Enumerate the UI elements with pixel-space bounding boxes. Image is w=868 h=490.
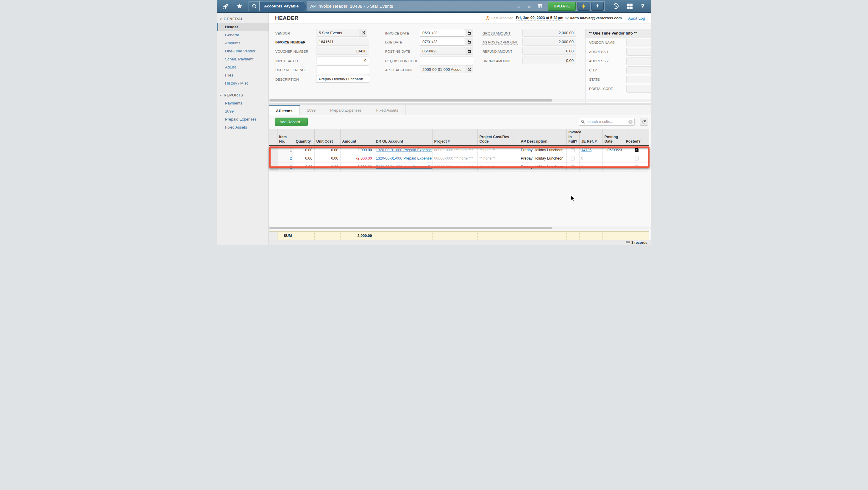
posted-checkbox[interactable] <box>634 148 639 152</box>
posted-checkbox[interactable] <box>634 157 639 160</box>
tab-1099[interactable]: 1099 <box>300 105 323 115</box>
item-link[interactable]: 1 <box>290 148 292 152</box>
logo-rocket-icon[interactable] <box>221 3 230 9</box>
sidebar-item-history-misc[interactable]: History / Misc <box>217 79 269 87</box>
sidebar-item-payments[interactable]: Payments <box>217 99 269 107</box>
vendor-name-field[interactable] <box>626 39 651 47</box>
address1-field[interactable] <box>626 48 651 56</box>
col-quantity[interactable]: Quantity <box>294 129 314 146</box>
help-icon[interactable]: ? <box>641 3 645 10</box>
chevron-down-icon: ▾ <box>220 17 222 21</box>
sidebar-item-prepaid-expenses[interactable]: Prepaid Expenses <box>217 115 269 123</box>
sidebar-item-general[interactable]: General <box>217 31 269 39</box>
table-horizontal-scrollbar[interactable] <box>269 226 651 229</box>
invoice-in-full-checkbox[interactable] <box>571 165 575 169</box>
invoice-in-full-checkbox[interactable] <box>571 157 575 160</box>
state-field[interactable] <box>626 75 651 83</box>
due-date-label: DUE DATE <box>385 40 402 44</box>
search-box: ✕ <box>579 118 634 126</box>
sidebar-item-adjust[interactable]: Adjust <box>217 63 269 71</box>
col-unit-cost[interactable]: Unit Cost <box>314 129 340 146</box>
sidebar-item-fixed-assets[interactable]: Fixed Assets <box>217 123 269 131</box>
description-field[interactable] <box>316 75 369 83</box>
refund-amount-field[interactable] <box>522 47 576 55</box>
ap-gl-account-open-button[interactable] <box>465 65 473 73</box>
vendor-open-record-button[interactable] <box>359 29 367 37</box>
invoice-number-field[interactable] <box>316 38 369 45</box>
open-results-button[interactable] <box>640 118 648 126</box>
sidebar-item-amounts[interactable]: Amounts <box>217 39 269 47</box>
postal-code-field[interactable] <box>626 85 651 93</box>
col-ap-description[interactable]: AP Description <box>519 129 566 146</box>
prev-record-icon[interactable]: « <box>514 3 524 9</box>
scrollbar-thumb[interactable] <box>269 227 552 229</box>
sidebar-section-general[interactable]: ▾ GENERAL <box>217 13 269 23</box>
as-posted-amount-field[interactable] <box>522 38 576 45</box>
sidebar-item-sched-payment[interactable]: Sched. Payment <box>217 55 269 63</box>
sidebar-item-1099[interactable]: 1099 <box>217 107 269 115</box>
search-results-input[interactable] <box>587 120 627 124</box>
scrollbar-thumb[interactable] <box>269 99 552 101</box>
item-link[interactable]: 2 <box>290 156 292 160</box>
gl-account-link[interactable]: 1320-00-01-000 Prepaid Expenses <box>376 148 433 152</box>
city-field[interactable] <box>626 66 651 74</box>
clear-search-icon[interactable]: ✕ <box>628 120 632 124</box>
sidebar-item-header[interactable]: Header <box>217 23 269 31</box>
ap-gl-account-field[interactable] <box>420 65 465 73</box>
gl-account-link[interactable]: 1320-00-01-000 Prepaid Expenses <box>376 156 433 160</box>
col-posting-date[interactable]: Posting Date <box>602 129 624 146</box>
due-date-calendar-button[interactable] <box>465 38 473 45</box>
plus-icon: + <box>596 3 599 9</box>
col-dr-gl-account[interactable]: DR GL Account <box>374 129 432 146</box>
col-amount[interactable]: Amount <box>340 129 374 146</box>
history-icon[interactable] <box>613 3 619 9</box>
unpaid-amount-field[interactable] <box>522 57 576 64</box>
tab-fixed-assets[interactable]: Fixed Assets <box>369 105 406 115</box>
apps-grid-icon[interactable] <box>627 3 633 9</box>
row-handle[interactable] <box>269 163 277 172</box>
address2-field[interactable] <box>626 57 651 65</box>
invoice-in-full-checkbox[interactable] <box>571 148 575 152</box>
col-item-no[interactable]: Item No. <box>277 129 294 146</box>
tab-prepaid-expenses[interactable]: Prepaid Expenses <box>323 105 369 115</box>
form-horizontal-scrollbar[interactable] <box>269 99 651 102</box>
posting-date-calendar-button[interactable] <box>465 47 473 55</box>
page-header: HEADER Last Modified: Fri, Jun 09, 2023 … <box>269 13 651 24</box>
gl-account-link[interactable]: 7420-00-01-000 Miscellaneous E... <box>376 165 433 169</box>
col-project[interactable]: Project # <box>432 129 477 146</box>
gross-amount-field[interactable] <box>522 29 576 37</box>
col-je-ref[interactable]: JE Ref. # <box>579 129 602 146</box>
as-posted-amount-label: AS POSTED AMOUNT <box>483 40 518 45</box>
favorites-star-icon[interactable]: ★ <box>235 3 244 10</box>
add-new-button[interactable]: + <box>591 2 604 11</box>
col-project-cost-rev[interactable]: Project Cost/Rev Code <box>477 129 519 146</box>
sidebar-section-reports[interactable]: ▾ REPORTS <box>217 87 269 99</box>
vendor-field[interactable] <box>316 29 359 37</box>
audit-log-link[interactable]: Audit Log <box>628 16 645 21</box>
due-date-field[interactable] <box>420 38 465 45</box>
add-record-button[interactable]: Add Record... <box>275 118 308 126</box>
je-ref-link[interactable]: 14736 <box>581 148 592 152</box>
row-handle[interactable] <box>269 146 277 154</box>
next-record-icon[interactable]: » <box>524 3 534 9</box>
posted-checkbox[interactable] <box>634 165 639 169</box>
update-button[interactable]: UPDATE <box>548 2 576 11</box>
user-reference-field[interactable] <box>316 65 369 73</box>
quick-actions-button[interactable] <box>578 2 590 11</box>
tab-ap-items[interactable]: AP Items <box>269 105 300 115</box>
voucher-number-field[interactable] <box>316 47 369 55</box>
breadcrumb[interactable]: Accounts Payable <box>260 1 303 11</box>
invoice-date-field[interactable] <box>420 29 465 37</box>
sidebar-item-one-time-vendor[interactable]: One-Time Vendor <box>217 47 269 55</box>
requisition-code-field[interactable] <box>420 57 473 64</box>
sidebar-item-files[interactable]: Files <box>217 71 269 79</box>
invoice-date-calendar-button[interactable] <box>465 29 473 37</box>
input-batch-field[interactable] <box>316 57 369 64</box>
row-handle[interactable] <box>269 154 277 163</box>
col-posted[interactable]: Posted? <box>624 129 649 146</box>
search-icon[interactable] <box>249 1 260 11</box>
list-view-icon[interactable] <box>534 4 546 9</box>
item-link[interactable]: 3 <box>290 165 292 169</box>
posting-date-field[interactable] <box>420 47 465 55</box>
col-invoice-in-full[interactable]: Invoice In Full? <box>566 129 579 146</box>
